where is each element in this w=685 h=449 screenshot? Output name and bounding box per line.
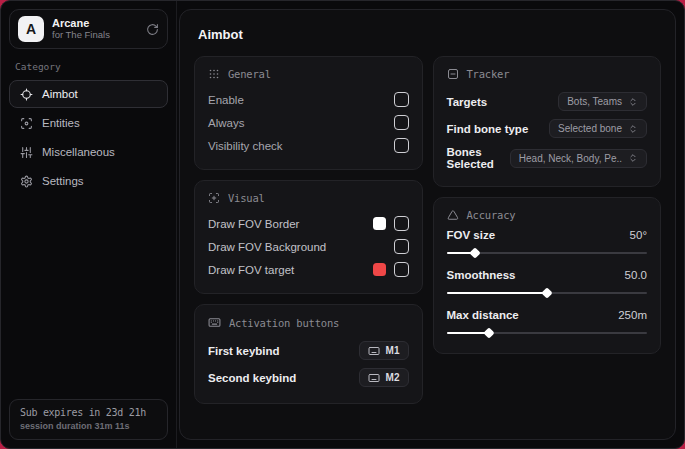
setting-label: Find bone type — [447, 123, 529, 135]
card-title: Tracker — [467, 68, 510, 80]
sidebar-item-entities[interactable]: Entities — [9, 109, 168, 137]
slider-thumb[interactable] — [541, 287, 552, 298]
setting-label: Bones Selected — [447, 146, 510, 170]
general-card: General Enable Always Visibility check — [194, 56, 423, 170]
keyboard-icon — [368, 372, 380, 384]
fov-background-checkbox[interactable] — [394, 239, 409, 254]
second-keybind-button[interactable]: M2 — [359, 368, 409, 387]
focus-plus-icon — [208, 192, 220, 204]
brand-subtitle: for The Finals — [52, 30, 138, 41]
fov-border-checkbox[interactable] — [394, 216, 409, 231]
left-column: General Enable Always Visibility check — [194, 56, 423, 404]
sidebar-item-aimbot[interactable]: Aimbot — [9, 80, 168, 108]
refresh-icon[interactable] — [146, 23, 159, 36]
activation-buttons-card: Activation buttons First keybind M1 — [194, 304, 423, 404]
find-bone-type-select[interactable]: Selected bone — [549, 119, 647, 138]
visibility-check-checkbox[interactable] — [394, 138, 409, 153]
subscription-info: Sub expires in 23d 21h session duration … — [9, 399, 168, 440]
setting-label: Smoothness — [447, 269, 516, 281]
setting-label: Targets — [447, 96, 488, 108]
setting-group-smoothness: Smoothness 50.0 — [447, 269, 648, 297]
slider-thumb[interactable] — [483, 327, 494, 338]
setting-label: First keybind — [208, 345, 280, 357]
visual-card-header: Visual — [208, 192, 409, 204]
minus-square-icon — [447, 68, 459, 80]
general-card-header: General — [208, 68, 409, 80]
fov-target-color-swatch[interactable] — [373, 263, 386, 276]
sidebar-item-miscellaneous[interactable]: Miscellaneous — [9, 138, 168, 166]
keybind-value: M2 — [386, 372, 400, 383]
enable-checkbox[interactable] — [394, 92, 409, 107]
setting-row-fov-background: Draw FOV Background — [208, 235, 409, 258]
app-window: A Arcane for The Finals Category Aim — [0, 0, 685, 449]
setting-row-second-keybind: Second keybind M2 — [208, 364, 409, 391]
sliders-icon — [20, 146, 33, 159]
setting-label: Draw FOV Background — [208, 241, 326, 253]
setting-row-fov-border: Draw FOV Border — [208, 212, 409, 235]
targets-select[interactable]: Bots, Teams — [558, 92, 647, 111]
select-value: Head, Neck, Body, Pe.. — [519, 153, 622, 164]
brand-initial: A — [26, 21, 36, 37]
card-title: Accuracy — [467, 209, 516, 221]
card-title: General — [228, 68, 271, 80]
keyboard-icon — [208, 316, 221, 329]
setting-row-enable: Enable — [208, 88, 409, 111]
setting-row-targets: Targets Bots, Teams — [447, 88, 648, 115]
sidebar-nav: Aimbot Entities Miscellaneous — [9, 80, 168, 195]
gear-icon — [20, 175, 33, 188]
page-title: Aimbot — [198, 27, 661, 42]
slider-fill — [447, 292, 547, 294]
setting-label: Visibility check — [208, 140, 283, 152]
content-columns: General Enable Always Visibility check — [194, 56, 661, 404]
visual-card: Visual Draw FOV Border Draw FOV Backgrou… — [194, 180, 423, 294]
setting-group-fov-size: FOV size 50° — [447, 229, 648, 257]
session-duration-text: session duration 31m 11s — [20, 421, 157, 431]
brand-card: A Arcane for The Finals — [9, 9, 168, 49]
smoothness-slider[interactable] — [447, 289, 648, 297]
keyboard-icon — [368, 345, 380, 357]
setting-label: Second keybind — [208, 372, 296, 384]
card-title: Visual — [228, 192, 265, 204]
setting-row-fov-target: Draw FOV target — [208, 258, 409, 281]
setting-label: Draw FOV Border — [208, 218, 299, 230]
sidebar: A Arcane for The Finals Category Aim — [1, 1, 177, 448]
right-column: Tracker Targets Bots, Teams Find bone ty… — [433, 56, 662, 354]
setting-value: 250m — [618, 309, 647, 321]
select-value: Selected bone — [558, 123, 622, 134]
accuracy-card: Accuracy FOV size 50° — [433, 197, 662, 354]
setting-row-always: Always — [208, 111, 409, 134]
brand-logo: A — [18, 16, 44, 42]
setting-label: Draw FOV target — [208, 264, 294, 276]
tracker-card-header: Tracker — [447, 68, 648, 80]
fov-target-checkbox[interactable] — [394, 262, 409, 277]
setting-value: 50° — [630, 229, 647, 241]
grip-grid-icon — [208, 68, 220, 80]
setting-row-visibility-check: Visibility check — [208, 134, 409, 157]
fov-size-slider[interactable] — [447, 249, 648, 257]
select-value: Bots, Teams — [567, 96, 622, 107]
fov-border-color-swatch[interactable] — [373, 217, 386, 230]
sidebar-item-label: Aimbot — [42, 88, 78, 100]
triangle-icon — [447, 209, 459, 221]
sidebar-item-label: Entities — [42, 117, 80, 129]
sidebar-item-label: Settings — [42, 175, 84, 187]
bones-selected-select[interactable]: Head, Neck, Body, Pe.. — [510, 149, 647, 168]
setting-row-first-keybind: First keybind M1 — [208, 337, 409, 364]
keybind-value: M1 — [386, 345, 400, 356]
accuracy-card-header: Accuracy — [447, 209, 648, 221]
setting-group-max-distance: Max distance 250m — [447, 309, 648, 337]
always-checkbox[interactable] — [394, 115, 409, 130]
first-keybind-button[interactable]: M1 — [359, 341, 409, 360]
setting-row-find-bone-type: Find bone type Selected bone — [447, 115, 648, 142]
slider-thumb[interactable] — [469, 247, 480, 258]
setting-label: Max distance — [447, 309, 519, 321]
chevrons-up-down-icon — [628, 124, 638, 134]
activation-card-header: Activation buttons — [208, 316, 409, 329]
max-distance-slider[interactable] — [447, 329, 648, 337]
chevrons-up-down-icon — [628, 97, 638, 107]
setting-label: Enable — [208, 94, 244, 106]
setting-label: FOV size — [447, 229, 496, 241]
setting-row-bones-selected: Bones Selected Head, Neck, Body, Pe.. — [447, 142, 648, 174]
slider-fill — [447, 332, 489, 334]
sidebar-item-settings[interactable]: Settings — [9, 167, 168, 195]
